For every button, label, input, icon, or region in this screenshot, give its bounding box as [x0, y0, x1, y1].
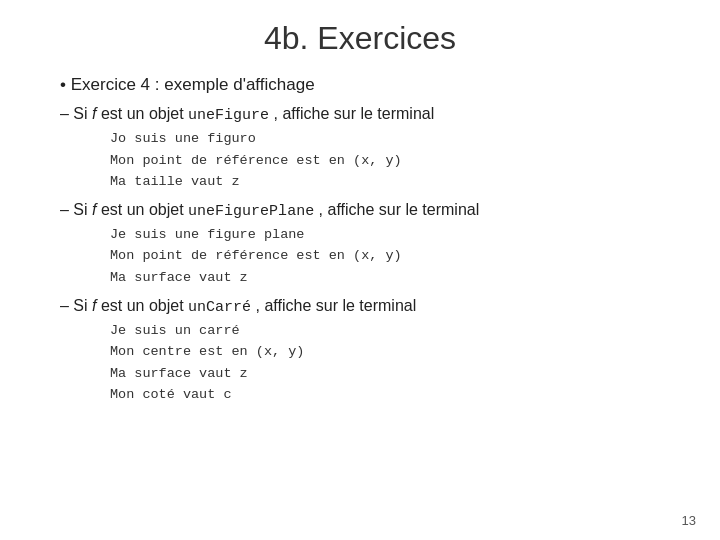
code-line-3-0: Je suis un carré	[110, 320, 670, 342]
code-line-2-0: Je suis une figure plane	[110, 224, 670, 246]
dash-item-3: – Si f est un objet unCarré , affiche su…	[50, 297, 670, 316]
code-line-2-2: Ma surface vaut z	[110, 267, 670, 289]
code-ref-2: uneFigurePlane	[188, 203, 314, 220]
page-number: 13	[682, 513, 696, 528]
italic-f-3: f	[92, 297, 101, 314]
code-line-2-1: Mon point de référence est en (x, y)	[110, 245, 670, 267]
code-ref-3: unCarré	[188, 299, 251, 316]
code-block-2: Je suis une figure plane Mon point de ré…	[110, 224, 670, 289]
code-line-3-2: Ma surface vaut z	[110, 363, 670, 385]
code-block-1: Jo suis une figuro Mon point de référenc…	[110, 128, 670, 193]
dash-item-1: – Si f est un objet uneFigure , affiche …	[50, 105, 670, 124]
code-line-1-0: Jo suis une figuro	[110, 128, 670, 150]
code-ref-1: uneFigure	[188, 107, 269, 124]
code-line-3-1: Mon centre est en (x, y)	[110, 341, 670, 363]
italic-f-1: f	[92, 105, 101, 122]
code-block-3: Je suis un carré Mon centre est en (x, y…	[110, 320, 670, 406]
dash-item-2: – Si f est un objet uneFigurePlane , aff…	[50, 201, 670, 220]
code-line-3-3: Mon coté vaut c	[110, 384, 670, 406]
slide-title: 4b. Exercices	[50, 20, 670, 57]
bullet-item-1: Exercice 4 : exemple d'affichage	[50, 75, 670, 95]
code-line-1-1: Mon point de référence est en (x, y)	[110, 150, 670, 172]
slide-page: 4b. Exercices Exercice 4 : exemple d'aff…	[0, 0, 720, 540]
code-line-1-2: Ma taille vaut z	[110, 171, 670, 193]
italic-f-2: f	[92, 201, 101, 218]
